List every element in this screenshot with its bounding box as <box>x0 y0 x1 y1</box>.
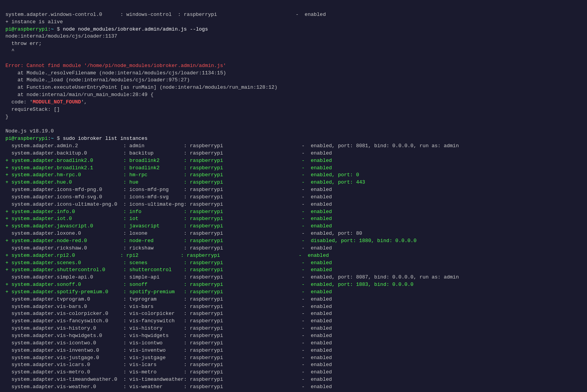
line-2: + instance is alive <box>5 19 63 25</box>
line-1: system.adapter.windows-control.0 : windo… <box>5 12 326 17</box>
prompt-1: pi@raspberrypi <box>5 26 48 32</box>
terminal-output: system.adapter.windows-control.0 : windo… <box>5 4 582 392</box>
